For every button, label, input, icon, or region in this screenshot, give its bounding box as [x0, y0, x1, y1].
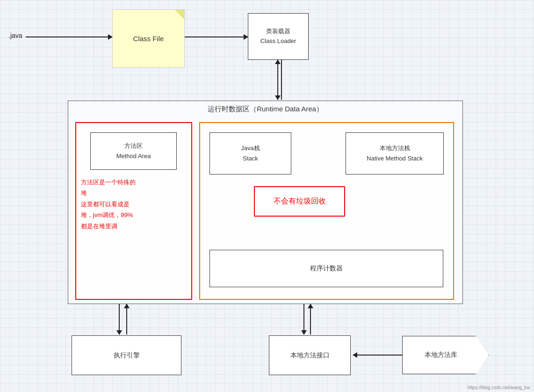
arrow-native-interface-to-runtime — [310, 304, 311, 334]
native-stack-line2: Native Method Stack — [367, 153, 423, 164]
method-area-box: 方法区 Method Area — [90, 132, 177, 170]
arrow-nativelib-to-nativeinterface — [353, 355, 404, 356]
method-area-section: 方法区 Method Area 方法区是一个特殊的 堆 这里都可以看成是 堆，j… — [75, 122, 192, 300]
class-loader-box: 类装载器 Class Loader — [248, 13, 309, 60]
program-counter-box: 程序计数器 — [209, 250, 443, 287]
method-area-line1: 方法区 — [124, 141, 143, 151]
exec-engine-box: 执行引擎 — [72, 335, 181, 375]
arrow-runtime-to-native-interface — [303, 304, 304, 334]
class-loader-line2: Class Loader — [260, 36, 296, 46]
runtime-data-area: 运行时数据区（Runtime Data Area） 方法区 Method Are… — [68, 101, 463, 304]
java-stack-box: Java栈 Stack — [209, 132, 291, 174]
native-stack-line1: 本地方法栈 — [380, 143, 410, 153]
arrow-classloader-to-runtime — [277, 60, 278, 100]
native-interface-box: 本地方法接口 — [269, 335, 351, 375]
method-area-desc1: 方法区是一个特殊的 — [81, 177, 136, 188]
diagram-container: .java Class File 类装载器 Class Loader 运行时数据… — [0, 0, 534, 392]
class-file-label: Class File — [133, 35, 164, 43]
method-area-desc4: 堆，jvm调优，99% — [81, 210, 136, 220]
java-stack-line1: Java栈 — [241, 143, 260, 153]
arrow-runtime-to-exec — [119, 304, 120, 334]
native-lib-box: 本地方法库 — [402, 336, 489, 374]
method-area-desc2: 堆 — [81, 188, 136, 198]
arrow-exec-to-runtime — [126, 304, 127, 334]
right-section: Java栈 Stack 本地方法栈 Native Method Stack 不会… — [199, 122, 454, 300]
class-file-box: Class File — [112, 9, 185, 68]
native-method-stack-box: 本地方法栈 Native Method Stack — [346, 132, 444, 174]
watermark: https://blog.csdn.net/wang_luv — [467, 385, 530, 390]
java-stack-line2: Stack — [243, 153, 258, 164]
native-interface-label: 本地方法接口 — [290, 351, 330, 360]
method-area-desc5: 都是在堆里调 — [81, 221, 136, 232]
no-gc-label: 不会有垃圾回收 — [274, 196, 326, 206]
native-lib-label: 本地方法库 — [425, 351, 457, 359]
pc-label: 程序计数器 — [310, 264, 343, 273]
arrow-classfile-to-classloader — [185, 36, 248, 37]
method-area-line2: Method Area — [116, 151, 151, 161]
exec-engine-label: 执行引擎 — [114, 351, 140, 360]
method-area-desc3: 这里都可以看成是 — [81, 199, 136, 210]
class-loader-line1: 类装载器 — [266, 27, 290, 36]
no-gc-box: 不会有垃圾回收 — [254, 186, 345, 217]
runtime-area-label: 运行时数据区（Runtime Data Area） — [68, 105, 462, 114]
java-label: .java — [8, 32, 22, 39]
arrow-java-to-classfile — [26, 36, 112, 37]
arrow-classloader-to-runtime2 — [281, 60, 282, 100]
method-area-description: 方法区是一个特殊的 堆 这里都可以看成是 堆，jvm调优，99% 都是在堆里调 — [81, 177, 136, 232]
